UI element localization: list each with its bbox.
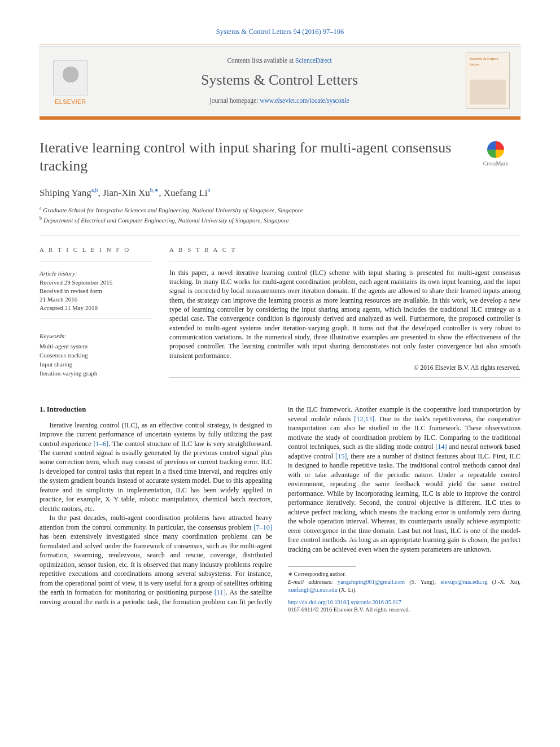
email-1[interactable]: yangshiping001@gmail.com xyxy=(338,579,405,585)
p2f: , there are a number of distinct feature… xyxy=(288,452,520,553)
history-label: Article history: xyxy=(40,269,152,278)
abstract-rule-2 xyxy=(169,377,520,378)
article-info: A R T I C L E I N F O Article history: R… xyxy=(40,246,152,378)
accepted-date: Accepted 31 May 2016 xyxy=(40,304,152,312)
homepage-prefix: journal homepage: xyxy=(209,97,260,104)
keyword-1: Multi-agent system xyxy=(40,342,152,351)
ref-12-13[interactable]: [12,13] xyxy=(354,415,374,423)
keyword-3: Input sharing xyxy=(40,360,152,369)
aff-b-text: Department of Electrical and Computer En… xyxy=(42,216,289,223)
info-abstract-row: A R T I C L E I N F O Article history: R… xyxy=(40,246,520,378)
email-label: E-mail addresses: xyxy=(288,579,338,585)
ref-7-10[interactable]: [7–10] xyxy=(253,523,272,531)
ref-1-6[interactable]: [1–6] xyxy=(93,440,108,448)
intro-para-1: Iterative learning control (ILC), as an … xyxy=(40,421,272,514)
journal-cover-thumb: systems & control letters xyxy=(466,53,510,109)
doi-link[interactable]: http://dx.doi.org/10.1016/j.sysconle.201… xyxy=(288,599,401,605)
title-row: Iterative learning control with input sh… xyxy=(40,139,520,174)
contents-prefix: Contents lists available at xyxy=(227,57,295,64)
keywords-label: Keywords: xyxy=(40,332,152,341)
issn-line: 0167-6911/© 2016 Elsevier B.V. All right… xyxy=(288,606,520,614)
email-2[interactable]: elexujx@nus.edu.sg xyxy=(440,579,487,585)
author-3-aff: b xyxy=(208,187,211,193)
email-1-who: (S. Yang), xyxy=(405,579,440,585)
sciencedirect-link[interactable]: ScienceDirect xyxy=(295,57,332,64)
cover-art xyxy=(470,80,506,104)
journal-header: ELSEVIER Contents lists available at Sci… xyxy=(40,46,520,115)
p2a: In the past decades, multi-agent coordin… xyxy=(40,514,272,531)
crossmark-label: CrossMark xyxy=(483,160,508,168)
header-rule-top xyxy=(40,45,520,46)
homepage-link[interactable]: www.elsevier.com/locate/sysconle xyxy=(260,97,349,104)
keywords-block: Keywords: Multi-agent system Consensus t… xyxy=(40,332,152,378)
corr-label: Corresponding author. xyxy=(294,571,346,577)
abstract-col: A B S T R A C T In this paper, a novel i… xyxy=(169,246,520,378)
contents-line: Contents lists available at ScienceDirec… xyxy=(101,56,458,65)
keyword-4: Iteration-varying graph xyxy=(40,369,152,378)
citation-link[interactable]: Systems & Control Letters 94 (2016) 97–1… xyxy=(216,28,344,36)
info-rule xyxy=(40,261,152,261)
revised-line2: 21 March 2016 xyxy=(40,295,152,304)
info-heading: A R T I C L E I N F O xyxy=(40,246,152,254)
author-2-corr: ∗ xyxy=(154,187,159,193)
elsevier-tree-icon xyxy=(53,60,88,95)
email-line: E-mail addresses: yangshiping001@gmail.c… xyxy=(288,578,520,594)
page-root: Systems & Control Letters 94 (2016) 97–1… xyxy=(0,0,560,636)
affiliation-a: a Graduate School for Integrative Scienc… xyxy=(40,205,520,215)
header-rule-bottom xyxy=(40,116,520,120)
ref-14[interactable]: [14] xyxy=(435,443,447,451)
affiliation-b: b Department of Electrical and Computer … xyxy=(40,215,520,225)
email-3[interactable]: xuefangli@u.nus.edu xyxy=(288,587,338,593)
keyword-2: Consensus tracking xyxy=(40,351,152,360)
section-1-heading: 1. Introduction xyxy=(40,405,272,414)
body-columns: 1. Introduction Iterative learning contr… xyxy=(40,405,520,614)
header-center: Contents lists available at ScienceDirec… xyxy=(101,56,458,105)
article-title: Iterative learning control with input sh… xyxy=(40,139,460,174)
homepage-line: journal homepage: www.elsevier.com/locat… xyxy=(101,97,458,106)
doi-line: http://dx.doi.org/10.1016/j.sysconle.201… xyxy=(288,599,520,606)
p2b: has been extensively investigated since … xyxy=(40,532,272,596)
publisher-name: ELSEVIER xyxy=(55,98,86,106)
footnotes: ∗ Corresponding author. E-mail addresses… xyxy=(288,570,520,594)
author-1[interactable]: Shiping Yang xyxy=(40,187,91,198)
author-1-aff: a,b xyxy=(91,187,98,193)
divider xyxy=(40,235,520,235)
history-block: Received 29 September 2015 Received in r… xyxy=(40,278,152,312)
info-rule-2 xyxy=(40,318,152,318)
cover-label: systems & control letters xyxy=(470,56,506,67)
author-line: Shiping Yanga,b, Jian-Xin Xub,∗, Xuefang… xyxy=(40,186,520,200)
email-2-who: (J.-X. Xu), xyxy=(492,579,520,585)
crossmark-icon xyxy=(487,141,504,158)
citation-header: Systems & Control Letters 94 (2016) 97–1… xyxy=(40,27,520,37)
ref-15[interactable]: [15] xyxy=(335,452,347,460)
journal-title: Systems & Control Letters xyxy=(101,70,458,90)
abstract-copyright: © 2016 Elsevier B.V. All rights reserved… xyxy=(169,364,520,373)
crossmark-badge[interactable]: CrossMark xyxy=(471,141,520,168)
abstract-text: In this paper, a novel iterative learnin… xyxy=(169,268,520,360)
aff-a-text: Graduate School for Integrative Sciences… xyxy=(42,207,303,213)
revised-line1: Received in revised form xyxy=(40,287,152,295)
star-icon: ∗ xyxy=(288,571,294,577)
p1b: . The control structure of ILC law is ve… xyxy=(40,440,272,513)
author-2[interactable]: Jian-Xin Xu xyxy=(103,187,150,198)
author-3[interactable]: Xuefang Li xyxy=(164,187,208,198)
corresponding-note: ∗ Corresponding author. xyxy=(288,570,520,578)
email-3-who: (X. Li). xyxy=(338,587,357,593)
footnote-separator xyxy=(288,566,356,567)
elsevier-logo: ELSEVIER xyxy=(50,56,91,106)
abstract-rule xyxy=(169,261,520,261)
affiliations: a Graduate School for Integrative Scienc… xyxy=(40,205,520,224)
abstract-heading: A B S T R A C T xyxy=(169,246,520,254)
ref-11[interactable]: [11] xyxy=(215,588,226,596)
received-date: Received 29 September 2015 xyxy=(40,278,152,287)
